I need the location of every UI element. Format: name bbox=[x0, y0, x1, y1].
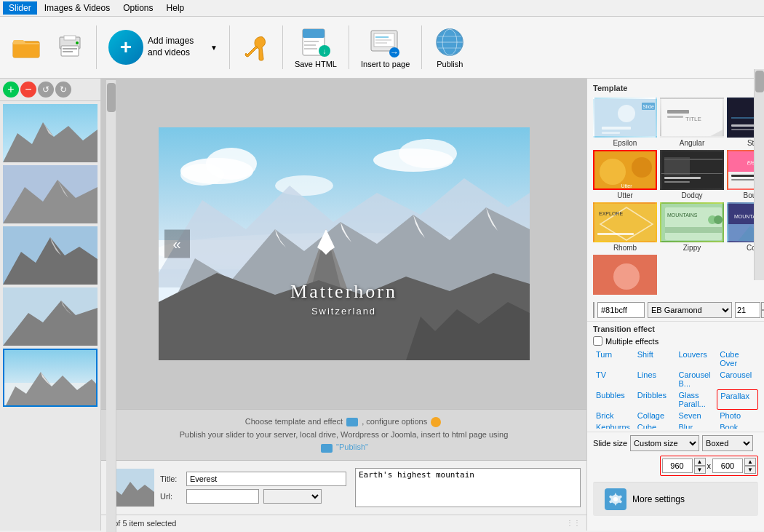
color-swatch[interactable] bbox=[593, 302, 594, 318]
svg-rect-5 bbox=[63, 51, 73, 52]
svg-rect-10 bbox=[304, 41, 319, 42]
resize-handle: ⋮⋮ bbox=[566, 519, 581, 527]
add-images-button[interactable]: + Add images and videos ▼ bbox=[103, 27, 223, 68]
instruction-area: Choose template and effect , configure o… bbox=[101, 409, 586, 460]
trans-photo[interactable]: Photo bbox=[717, 410, 758, 421]
trans-brick[interactable]: Brick bbox=[593, 410, 634, 421]
slide-prev-button[interactable]: « bbox=[164, 230, 190, 258]
template-thumb-utter: Utter bbox=[593, 150, 657, 190]
left-scrollbar-thumb[interactable] bbox=[107, 83, 116, 112]
menu-slider[interactable]: Slider bbox=[3, 1, 37, 15]
trans-kenburns[interactable]: Kenburns bbox=[593, 421, 634, 429]
font-size-up[interactable]: ▲ bbox=[761, 302, 764, 310]
template-name-rhomb: Rhomb bbox=[613, 244, 637, 252]
trans-louvers[interactable]: Louvers bbox=[676, 349, 717, 369]
trans-cube[interactable]: Cube bbox=[634, 421, 676, 429]
svg-point-87 bbox=[632, 157, 652, 178]
html-icon: ↓ bbox=[300, 26, 332, 58]
trans-collage[interactable]: Collage bbox=[634, 410, 676, 421]
slide-height-input[interactable] bbox=[712, 458, 743, 473]
width-down[interactable]: ▼ bbox=[694, 466, 706, 474]
insert-to-page-button[interactable]: → Insert to page bbox=[355, 23, 415, 71]
description-textarea[interactable]: Earth's highest mountain bbox=[355, 468, 581, 507]
trans-glassparall[interactable]: Glass Parall... bbox=[676, 389, 717, 410]
thumbnail-4[interactable] bbox=[3, 287, 98, 346]
template-utter[interactable]: Utter Utter bbox=[593, 150, 657, 199]
url-label: Url: bbox=[160, 492, 182, 501]
trans-dribbles[interactable]: Dribbles bbox=[634, 389, 676, 410]
svg-rect-100 bbox=[731, 179, 757, 180]
folder-icon bbox=[12, 34, 41, 60]
template-thumb-zippy: MOUNTAINS bbox=[660, 202, 724, 242]
font-size-down[interactable]: ▼ bbox=[761, 310, 764, 318]
add-button-label: Add images and videos bbox=[148, 36, 206, 58]
thumbnail-2[interactable] bbox=[3, 165, 98, 223]
font-row: EB Garamond Arial Times New Roman ▲ ▼ bbox=[587, 299, 764, 321]
trans-turn[interactable]: Turn bbox=[593, 349, 634, 369]
trans-lines[interactable]: Lines bbox=[634, 369, 676, 389]
slide-boxed-select[interactable]: Boxed Full width bbox=[702, 435, 753, 451]
template-angular[interactable]: TITLE Angular bbox=[660, 98, 724, 147]
open-button[interactable] bbox=[6, 31, 47, 63]
menu-options[interactable]: Options bbox=[117, 1, 159, 15]
trans-cubeover[interactable]: Cube Over bbox=[717, 349, 758, 369]
height-down[interactable]: ▼ bbox=[744, 466, 756, 474]
remove-slide-button[interactable]: − bbox=[20, 82, 36, 98]
template-more1[interactable] bbox=[593, 255, 657, 296]
trans-tv[interactable]: TV bbox=[593, 369, 634, 389]
right-panel: Template Slide Epsilon bbox=[586, 79, 764, 531]
add-slide-button[interactable]: + bbox=[3, 82, 19, 98]
height-up[interactable]: ▲ bbox=[744, 458, 756, 466]
slide-dimensions-row: ▲ ▼ x ▲ ▼ bbox=[587, 454, 764, 479]
template-section-header: Template bbox=[587, 79, 764, 98]
color-hex-input[interactable] bbox=[597, 302, 645, 318]
print-button[interactable] bbox=[49, 31, 90, 63]
status-text: 1 of 5 item selected bbox=[107, 519, 176, 528]
title-input[interactable] bbox=[186, 472, 346, 486]
undo-button[interactable]: ↺ bbox=[38, 82, 54, 98]
thumbnail-1[interactable] bbox=[3, 104, 98, 162]
template-epsilon[interactable]: Slide Epsilon bbox=[593, 98, 657, 147]
url-select[interactable] bbox=[263, 489, 322, 504]
thumb-mountain-5 bbox=[4, 350, 98, 407]
menu-help[interactable]: Help bbox=[161, 1, 191, 15]
trans-carouselb[interactable]: Carousel B... bbox=[676, 369, 717, 389]
more1-thumb bbox=[594, 256, 657, 295]
svg-text:Slide: Slide bbox=[642, 104, 654, 109]
slide-size-select[interactable]: Custom size 800x600 1024x768 bbox=[630, 435, 699, 451]
publish-button[interactable]: Publish bbox=[428, 23, 471, 71]
trans-seven[interactable]: Seven bbox=[676, 410, 717, 421]
height-spinners: ▲ ▼ bbox=[744, 458, 756, 474]
trans-book[interactable]: Book bbox=[717, 421, 758, 429]
slide-width-input[interactable] bbox=[662, 458, 693, 473]
width-up[interactable]: ▲ bbox=[694, 458, 706, 466]
template-rhomb[interactable]: EXPLORE Rhomb bbox=[593, 202, 657, 252]
template-zippy[interactable]: MOUNTAINS Zippy bbox=[660, 202, 724, 252]
trans-carousel[interactable]: Carousel bbox=[717, 369, 758, 389]
trans-parallax[interactable]: Parallax bbox=[717, 389, 758, 410]
svg-rect-77 bbox=[667, 110, 689, 114]
svg-rect-108 bbox=[665, 227, 722, 233]
thumbnail-3[interactable] bbox=[3, 226, 98, 285]
svg-rect-19 bbox=[375, 42, 387, 44]
save-html-button[interactable]: ↓ Save HTML bbox=[289, 23, 343, 71]
options-button[interactable] bbox=[236, 30, 276, 65]
redo-button[interactable]: ↻ bbox=[55, 82, 71, 98]
url-input[interactable] bbox=[186, 489, 259, 504]
thumb-mountain-1 bbox=[3, 104, 98, 162]
menu-images-videos[interactable]: Images & Videos bbox=[39, 1, 116, 15]
multiple-effects-checkbox[interactable] bbox=[593, 336, 602, 346]
font-size-input[interactable] bbox=[735, 302, 760, 318]
font-select[interactable]: EB Garamond Arial Times New Roman bbox=[648, 302, 732, 318]
thumbnail-5[interactable] bbox=[3, 349, 98, 407]
trans-shift[interactable]: Shift bbox=[634, 349, 676, 369]
svg-point-49 bbox=[180, 164, 224, 186]
template-dodqy[interactable]: Dodqy bbox=[660, 150, 724, 199]
right-scrollbar-thumb[interactable] bbox=[755, 79, 764, 92]
svg-rect-4 bbox=[63, 48, 77, 49]
trans-blur[interactable]: Blur bbox=[676, 421, 717, 429]
slide-text-overlay: Matterhorn Switzerland bbox=[290, 281, 397, 317]
template-name-zippy: Zippy bbox=[683, 244, 701, 252]
more-settings-button[interactable]: More settings bbox=[593, 482, 758, 516]
trans-bubbles[interactable]: Bubbles bbox=[593, 389, 634, 410]
